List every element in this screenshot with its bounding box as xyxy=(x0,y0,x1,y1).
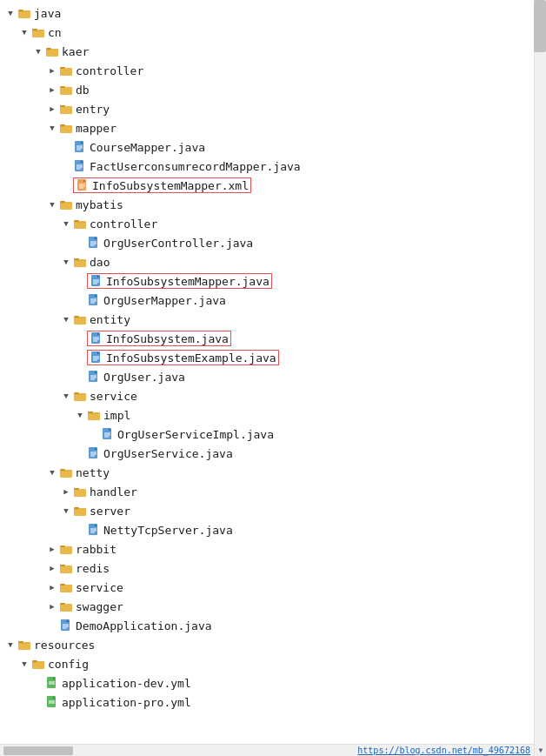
tree-item[interactable]: OrgUserController.java xyxy=(0,233,529,252)
tree-item[interactable]: ▼ mapper xyxy=(0,118,529,137)
tree-item[interactable]: ▼ resources xyxy=(0,635,529,654)
folder-label: controller xyxy=(76,64,143,77)
tree-item[interactable]: ▶ rabbit xyxy=(0,539,529,559)
file-label: OrgUserService.java xyxy=(103,447,233,460)
tree-item[interactable]: ▼ mybatis xyxy=(0,195,529,214)
tree-item[interactable]: ▼ service xyxy=(0,386,529,405)
tree-item[interactable]: InfoSubsystem.java xyxy=(0,329,529,348)
file-icon xyxy=(73,140,87,154)
file-arrow xyxy=(45,619,59,632)
tree-item[interactable]: OrgUser.java xyxy=(0,367,529,386)
tree-item[interactable]: ▼ kaer xyxy=(0,42,529,61)
file-icon xyxy=(90,274,103,288)
svg-rect-119 xyxy=(18,643,30,644)
tree-item[interactable]: ▼ server xyxy=(0,501,529,520)
svg-rect-9 xyxy=(60,68,72,76)
folder-arrow[interactable]: ▼ xyxy=(59,217,73,231)
svg-rect-4 xyxy=(32,29,37,30)
folder-arrow[interactable]: ▶ xyxy=(45,102,59,116)
tree-item[interactable]: DemoApplication.java xyxy=(0,616,529,635)
svg-rect-107 xyxy=(60,565,65,566)
folder-arrow[interactable]: ▼ xyxy=(17,657,31,671)
tree-item[interactable]: ▶ db xyxy=(0,80,529,99)
scrollbar-thumb[interactable] xyxy=(534,0,546,52)
tree-item[interactable]: ▶ redis xyxy=(0,559,529,578)
svg-rect-92 xyxy=(60,469,65,471)
folder-arrow[interactable]: ▶ xyxy=(45,599,59,613)
tree-item[interactable]: OrgUserService.java xyxy=(0,444,529,463)
tree-item[interactable]: InfoSubsystemMapper.xml xyxy=(0,176,529,195)
horizontal-scrollbar[interactable]: https://blog.csdn.net/mb_49672168 xyxy=(0,744,534,756)
tree-item[interactable]: NettyTcpServer.java xyxy=(0,520,529,539)
svg-rect-121 xyxy=(32,660,37,662)
folder-arrow[interactable]: ▼ xyxy=(45,197,59,211)
folder-icon xyxy=(73,485,87,498)
tree-item[interactable]: FactUserconsumrecordMapper.java xyxy=(0,157,529,176)
tree-item[interactable]: OrgUserServiceImpl.java xyxy=(0,425,529,444)
tree-item[interactable]: OrgUserMapper.java xyxy=(0,291,529,310)
folder-arrow[interactable]: ▶ xyxy=(45,64,59,77)
folder-arrow[interactable]: ▼ xyxy=(59,389,73,403)
svg-rect-10 xyxy=(60,67,65,69)
folder-icon xyxy=(59,599,73,613)
folder-label: controller xyxy=(90,217,157,231)
file-icon xyxy=(87,293,101,307)
tree-item[interactable]: ▶ entry xyxy=(0,99,529,118)
file-icon xyxy=(87,523,101,537)
folder-arrow[interactable]: ▼ xyxy=(59,504,73,518)
tree-item[interactable]: ▶ handler xyxy=(0,482,529,501)
tree-item[interactable]: ▼ cn xyxy=(0,23,529,42)
folder-label: entity xyxy=(90,313,130,326)
folder-icon xyxy=(73,255,87,269)
svg-rect-16 xyxy=(60,124,65,126)
folder-arrow[interactable]: ▶ xyxy=(45,561,59,575)
tree-item[interactable]: application-dev.yml xyxy=(0,673,529,692)
folder-arrow[interactable]: ▼ xyxy=(17,25,31,39)
tree-item[interactable]: InfoSubsystemMapper.java xyxy=(0,271,529,291)
file-icon xyxy=(76,178,90,192)
file-icon xyxy=(87,236,101,250)
folder-arrow[interactable]: ▼ xyxy=(45,121,59,135)
tree-item[interactable]: ▼ java xyxy=(0,3,529,23)
hscrollbar-thumb[interactable] xyxy=(3,746,73,755)
folder-arrow[interactable]: ▼ xyxy=(59,255,73,269)
folder-arrow[interactable]: ▼ xyxy=(31,44,45,58)
file-label: CourseMapper.java xyxy=(90,141,205,154)
tree-item[interactable]: ▼ controller xyxy=(0,214,529,233)
tree-item[interactable]: ▼ config xyxy=(0,654,529,673)
tree-item[interactable]: ▶ service xyxy=(0,578,529,597)
folder-arrow[interactable]: ▼ xyxy=(73,408,87,422)
vertical-scrollbar[interactable]: ▲ ▼ xyxy=(534,0,546,756)
file-tree[interactable]: ▼ java▼ cn▼ kaer▶ controller▶ db▶ entry▼… xyxy=(0,0,529,756)
file-label: InfoSubsystemExample.java xyxy=(106,351,276,365)
tree-item[interactable]: CourseMapper.java xyxy=(0,137,529,157)
tree-item[interactable]: ▼ netty xyxy=(0,463,529,482)
folder-icon xyxy=(59,580,73,594)
file-arrow xyxy=(73,523,87,537)
folder-icon xyxy=(59,121,73,135)
tree-item[interactable]: ▼ dao xyxy=(0,252,529,271)
file-arrow xyxy=(73,370,87,384)
tree-item[interactable]: ▼ impl xyxy=(0,405,529,425)
scroll-down-arrow[interactable]: ▼ xyxy=(535,744,546,756)
highlighted-file: InfoSubsystemMapper.java xyxy=(87,273,272,289)
folder-arrow[interactable]: ▼ xyxy=(3,638,17,652)
folder-icon xyxy=(59,542,73,556)
folder-arrow[interactable]: ▶ xyxy=(45,542,59,556)
tree-item[interactable]: application-pro.yml xyxy=(0,692,529,712)
tree-item[interactable]: ▶ swagger xyxy=(0,597,529,616)
tree-item[interactable]: ▶ controller xyxy=(0,61,529,80)
tree-item[interactable]: InfoSubsystemExample.java xyxy=(0,348,529,367)
tree-item[interactable]: ▼ entity xyxy=(0,310,529,329)
folder-arrow[interactable]: ▶ xyxy=(45,580,59,594)
folder-label: entry xyxy=(76,103,110,116)
folder-label: service xyxy=(76,581,123,594)
folder-arrow[interactable]: ▶ xyxy=(59,485,73,498)
folder-arrow[interactable]: ▶ xyxy=(45,83,59,97)
folder-icon xyxy=(31,657,45,671)
folder-arrow[interactable]: ▼ xyxy=(59,312,73,326)
folder-arrow[interactable]: ▼ xyxy=(45,465,59,479)
svg-rect-93 xyxy=(60,471,72,472)
svg-rect-105 xyxy=(60,545,65,547)
folder-arrow[interactable]: ▼ xyxy=(3,6,17,20)
